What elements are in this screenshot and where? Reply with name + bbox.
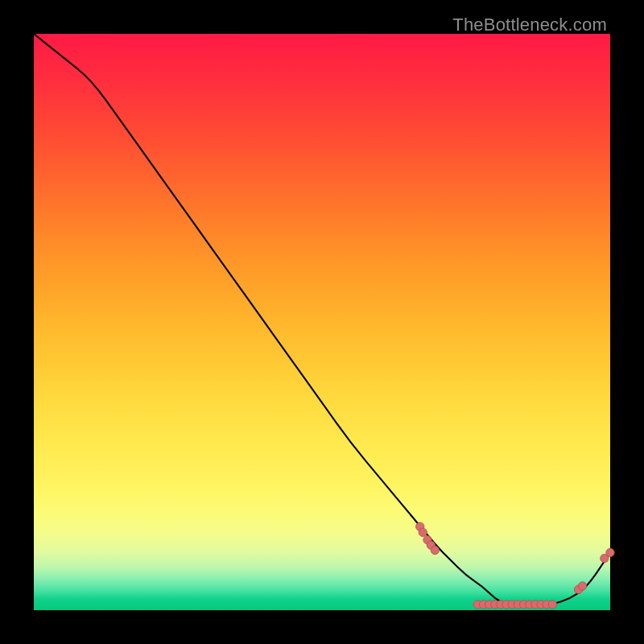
data-marker xyxy=(419,528,427,536)
data-marker xyxy=(431,546,439,554)
chart-svg xyxy=(34,34,610,610)
curve-line xyxy=(34,34,610,605)
data-marker xyxy=(606,548,614,556)
plot-area xyxy=(34,34,610,610)
markers-group xyxy=(416,522,615,609)
data-marker xyxy=(578,582,586,590)
data-marker xyxy=(548,601,556,609)
chart-stage: TheBottleneck.com xyxy=(0,0,644,644)
watermark-text: TheBottleneck.com xyxy=(452,14,607,35)
